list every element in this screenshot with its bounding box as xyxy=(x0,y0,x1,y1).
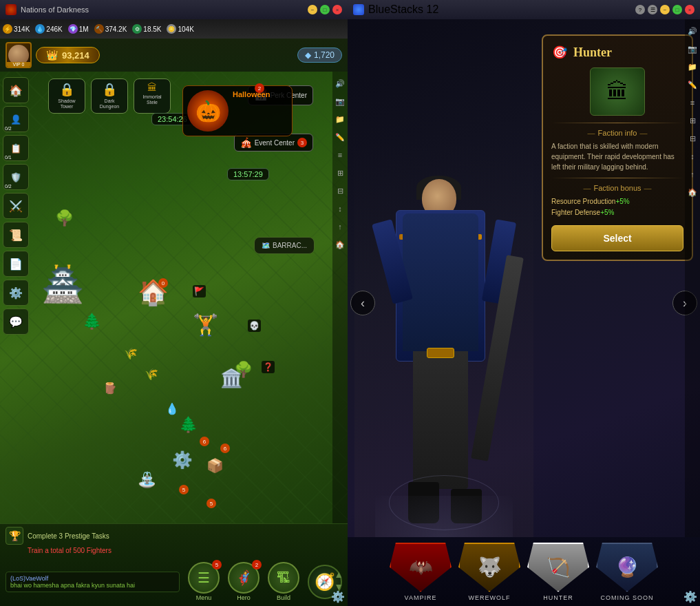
sidebar-btn-home[interactable]: 🏠 xyxy=(3,77,29,103)
faction-vampire[interactable]: 🦇 VAMPIRE xyxy=(390,543,452,601)
resource-speed[interactable]: ⚙ 18.5K xyxy=(132,24,161,34)
fitness-building[interactable]: 🏋️ xyxy=(193,313,218,337)
resource-gold[interactable]: ⚡ 314K xyxy=(3,24,30,34)
hero-action-label: Hero xyxy=(237,594,251,601)
quest-icon: 📋 xyxy=(10,143,21,154)
resource-node-food[interactable]: 🌾 xyxy=(124,347,138,360)
rps-layers[interactable]: ≡ xyxy=(686,96,699,109)
left-sidebar: 🏠 👤 0/2 📋 0/1 🛡️ 0/2 ⚔️ 📜 📄 ⚙️ 💬 xyxy=(0,72,32,523)
rsb-arrows[interactable]: ↕ xyxy=(334,202,346,215)
timer-2[interactable]: 13:57:29 xyxy=(227,168,269,180)
rsb-nav[interactable]: ↑ xyxy=(334,220,346,233)
resource-gem[interactable]: 💎 1M xyxy=(68,24,89,34)
workshop[interactable]: ⚙️ xyxy=(172,450,193,470)
maximize-btn-left[interactable]: □ xyxy=(320,5,330,14)
lock-icon-shadow: 🔒 xyxy=(59,82,74,97)
sidebar-btn-shield[interactable]: 🛡️ 0/2 xyxy=(3,164,29,190)
close-btn-right[interactable]: × xyxy=(685,5,694,14)
close-btn-left[interactable]: × xyxy=(332,5,342,14)
rps-arrows[interactable]: ↕ xyxy=(686,150,699,163)
immortal-stele-label: Immortal Stele xyxy=(137,94,167,106)
sidebar-btn-chat[interactable]: 💬 xyxy=(3,309,29,335)
shadow-tower-btn[interactable]: 🔒 Shadow Tower xyxy=(48,79,85,114)
rps-home[interactable]: 🏠 xyxy=(686,186,699,198)
rsb-home-r[interactable]: 🏠 xyxy=(334,238,346,251)
nav-arrows-left: ▲ ▼ xyxy=(334,569,343,592)
map-badge-6b: 6 xyxy=(220,443,230,453)
main-currency-bar[interactable]: 👑 93,214 xyxy=(36,47,100,63)
minimize-btn-left[interactable]: − xyxy=(308,5,317,14)
rsb-folder[interactable]: 📁 xyxy=(334,113,346,125)
building-thumbnail-icon: 🏛 xyxy=(606,79,628,105)
rsb-shrink[interactable]: ⊟ xyxy=(334,185,346,197)
diamond-bar[interactable]: ◆ 1,720 xyxy=(297,48,342,63)
settings-bottom-right[interactable]: ⚙️ xyxy=(683,590,697,603)
task-text-2: Train a total of 500 Fighters xyxy=(28,547,112,554)
gem-icon: 💎 xyxy=(68,24,78,34)
build-action-btn[interactable]: 🏗 Build xyxy=(268,562,299,601)
rps-nav[interactable]: ↑ xyxy=(686,168,699,180)
resource-node-food2[interactable]: 🌾 xyxy=(145,368,158,381)
rps-expand[interactable]: ⊞ xyxy=(686,114,699,127)
build-action-icon: 🏗 xyxy=(277,570,290,586)
sidebar-btn-attack[interactable]: ⚔️ xyxy=(3,193,29,219)
sidebar-btn-scroll[interactable]: 📜 xyxy=(3,222,29,248)
immortal-stele-btn[interactable]: 🏛 Immortal Stele xyxy=(134,79,171,114)
small-building[interactable]: 🏛️ xyxy=(220,368,242,389)
lock-icon-dungeon: 🔒 xyxy=(102,82,117,97)
player-portrait-icon: 👤 xyxy=(10,114,21,125)
tree-1: 🌳 xyxy=(55,209,74,227)
rsb-camera[interactable]: 📷 xyxy=(334,95,346,107)
game-map[interactable]: 🌳 🌲 🌳 🌲 🪵 💧 🌾 🌾 🏯 🏠 🏋️ 🏛️ ⚙️ 📦 ⛲ 🚩 💀 ❓ 0… xyxy=(0,72,348,523)
sidebar-btn-player[interactable]: 👤 0/2 xyxy=(3,106,29,132)
faction-info-header: Faction info xyxy=(551,129,683,137)
resource-node-wood[interactable]: 🪵 xyxy=(103,382,117,395)
menu-btn-right[interactable]: ☰ xyxy=(648,5,657,14)
faction-hunter[interactable]: 🏹 HUNTER xyxy=(527,543,589,601)
main-castle[interactable]: 🏯 xyxy=(41,264,84,304)
rsb-layers[interactable]: ≡ xyxy=(334,149,346,161)
minimize-btn-right[interactable]: − xyxy=(660,5,670,14)
halloween-popup[interactable]: 2 🎃 Halloween xyxy=(182,85,293,136)
hero-action-btn[interactable]: 🦸 2 Hero xyxy=(228,562,259,601)
maximize-btn-right[interactable]: □ xyxy=(672,5,682,14)
nav-arrow-left[interactable]: ‹ xyxy=(350,291,375,315)
sidebar-count-02: 0/2 xyxy=(5,126,12,131)
rps-shrink[interactable]: ⊟ xyxy=(686,132,699,145)
storage[interactable]: 📦 xyxy=(206,457,224,474)
resource-silver[interactable]: 🪙 104K xyxy=(167,24,193,34)
nav-up-left[interactable]: ▲ xyxy=(334,569,343,580)
faction-coming-soon[interactable]: 🔮 Coming soon xyxy=(596,543,658,601)
faction-werewolf[interactable]: 🐺 WEREWOLF xyxy=(458,543,520,601)
sidebar-btn-settings[interactable]: ⚙️ xyxy=(3,280,29,306)
faction-bonus-header: Faction bonus xyxy=(551,184,683,192)
resource-water[interactable]: 💧 246K xyxy=(35,24,62,34)
rps-sound[interactable]: 🔊 xyxy=(686,25,699,37)
resource-food[interactable]: 🔨 374.2K xyxy=(94,24,127,34)
rps-pen[interactable]: ✏️ xyxy=(686,79,699,91)
rps-camera[interactable]: 📷 xyxy=(686,43,699,55)
menu-action-btn[interactable]: ☰ 5 Menu xyxy=(188,562,220,601)
resource-bar: ⚡ 314K 💧 246K 💎 1M 🔨 374.2K ⚙ 18.5K 🪙 10… xyxy=(0,19,348,39)
bonus-line-1: Resource Production+5% xyxy=(551,196,683,207)
question-btn-right[interactable]: ? xyxy=(635,5,645,14)
rps-folder[interactable]: 📁 xyxy=(686,61,699,73)
sidebar-btn-layer[interactable]: 📄 xyxy=(3,251,29,277)
fountain[interactable]: ⛲ xyxy=(138,471,156,489)
main-currency-value: 93,214 xyxy=(62,50,89,61)
dark-dungeon-btn[interactable]: 🔒 Dark Dungeon xyxy=(91,79,128,114)
chat-area[interactable]: (LoS)VaeWolf bhai wo hamesha apna fakra … xyxy=(6,572,180,592)
shadow-tower-label: Shadow Tower xyxy=(52,98,82,110)
info-panel: 🎯 Hunter 🏛 Faction info A faction that i… xyxy=(542,34,693,261)
top-bar: VIP 0 👑 93,214 ◆ 1,720 xyxy=(0,39,348,72)
unit-quest: ❓ xyxy=(262,361,275,373)
rsb-expand[interactable]: ⊞ xyxy=(334,167,346,179)
nav-down-left[interactable]: ▼ xyxy=(334,581,343,592)
player-avatar[interactable]: VIP 0 xyxy=(6,42,32,68)
sidebar-btn-quest[interactable]: 📋 0/1 xyxy=(3,135,29,161)
rsb-pen[interactable]: ✏️ xyxy=(334,131,346,143)
rsb-sound[interactable]: 🔊 xyxy=(334,77,346,90)
select-button[interactable]: Select xyxy=(551,225,683,251)
map-info-popup: 🗺️ BARRAC... xyxy=(254,237,315,254)
resource-node-water[interactable]: 💧 xyxy=(165,402,179,415)
